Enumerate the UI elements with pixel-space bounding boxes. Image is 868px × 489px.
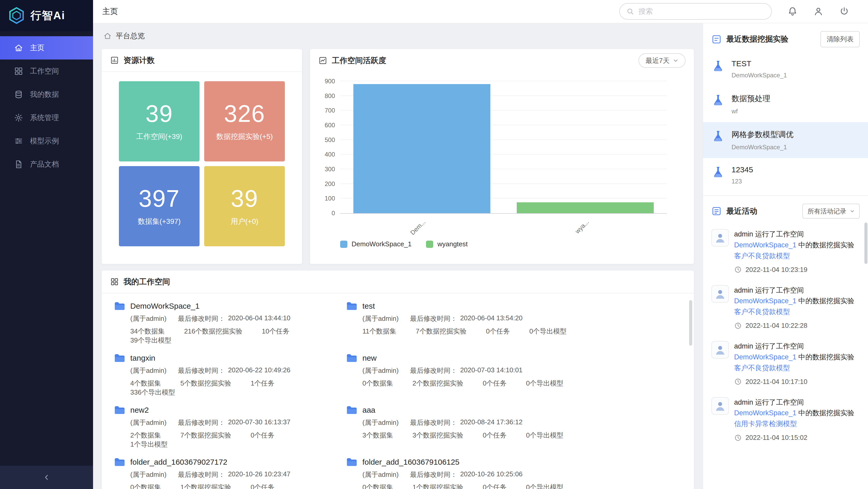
experiment-name: 网格参数模型调优 xyxy=(732,130,794,140)
workspace-stats: 0个数据集 1个数据挖掘实验 0个任务 0个导出模型 xyxy=(363,483,681,489)
power-logout-icon[interactable] xyxy=(839,6,849,17)
legend-item[interactable]: DemoWorkSpace_1 xyxy=(340,240,411,248)
activity-action: 中的数据挖掘实验 xyxy=(799,241,854,249)
avatar xyxy=(711,397,729,415)
stat-tasks: 0个任务 xyxy=(483,379,506,388)
folder-icon xyxy=(346,302,357,311)
resource-card-header: 资源计数 xyxy=(102,49,302,72)
activity-body: admin 运行了工作空间 DemoWorkSpace_1 中的数据挖掘实验 客… xyxy=(734,285,860,330)
experiment-item[interactable]: 12345 123 xyxy=(703,158,868,192)
y-axis-tick: 700 xyxy=(325,107,335,114)
workspace-item[interactable]: folder_add_1603679027172 (属于admin) 最后修改时… xyxy=(114,458,334,489)
modified-label: 最后修改时间： xyxy=(178,418,225,427)
experiment-item[interactable]: 网格参数模型调优 DemoWorkSpace_1 xyxy=(703,122,868,158)
y-axis-tick: 0 xyxy=(332,210,335,216)
account-user-icon[interactable] xyxy=(813,6,824,17)
sidebar-item-home[interactable]: 主页 xyxy=(0,36,93,59)
stat-datasets: 0个数据集 xyxy=(363,379,393,388)
chart-bar-DemoWorkSpace_1[interactable] xyxy=(353,84,491,213)
home-breadcrumb-icon[interactable] xyxy=(103,32,112,40)
workspace-meta: (属于admin) 最后修改时间： 2020-07-03 14:10:01 xyxy=(363,366,681,375)
workspace-item[interactable]: DemoWorkSpace_1 (属于admin) 最后修改时间： 2020-0… xyxy=(114,302,334,345)
activity-timestamp: 2022-11-04 10:15:02 xyxy=(745,434,807,442)
workspace-item[interactable]: test (属于admin) 最后修改时间： 2020-06-04 13:54:… xyxy=(346,302,681,345)
activity-filter-select[interactable]: 所有活动记录 xyxy=(802,204,860,219)
modified-time: 2020-06-22 10:49:26 xyxy=(228,366,290,375)
stat-value: 397 xyxy=(138,186,180,211)
chart-legend: DemoWorkSpace_1 wyangtest xyxy=(340,240,694,248)
line-chart-icon xyxy=(318,56,327,65)
sidebar-collapse-button[interactable] xyxy=(0,466,93,489)
workspace-item[interactable]: tangxin (属于admin) 最后修改时间： 2020-06-22 10:… xyxy=(114,354,334,397)
experiment-link[interactable]: 信用卡异常检测模型 xyxy=(734,420,797,428)
activity-chart-plot: 0100200300400500600700800900Dem...wya... xyxy=(340,81,667,213)
workspace-item[interactable]: new2 (属于admin) 最后修改时间： 2020-07-30 16:13:… xyxy=(114,406,334,449)
recent-experiments-list: TEST DemoWorkSpace_1 数据预处理 wf xyxy=(703,52,868,192)
activity-text: admin 运行了工作空间 DemoWorkSpace_1 中的数据挖掘实验 客… xyxy=(734,285,860,318)
sidebar-item-workspace[interactable]: 工作空间 xyxy=(0,59,93,83)
sidebar-item-label: 我的数据 xyxy=(30,89,59,99)
workspace-name: tangxin xyxy=(130,354,155,363)
flask-icon xyxy=(711,165,725,180)
workspace-item[interactable]: new (属于admin) 最后修改时间： 2020-07-03 14:10:0… xyxy=(346,354,681,397)
workspace-grid-icon xyxy=(14,66,23,76)
chevron-left-icon xyxy=(42,473,51,482)
sidebar-item-model-samples[interactable]: 模型示例 xyxy=(0,130,93,153)
search-input[interactable] xyxy=(639,7,765,16)
clear-list-button[interactable]: 清除列表 xyxy=(820,31,860,47)
activity-list-icon xyxy=(711,206,722,216)
workspace-name: new xyxy=(363,354,377,363)
workspace-meta: (属于admin) 最后修改时间： 2020-06-04 13:54:20 xyxy=(363,314,681,323)
experiment-link[interactable]: 客户不良贷款模型 xyxy=(734,364,790,372)
workspace-item[interactable]: aaa (属于admin) 最后修改时间： 2020-08-24 17:36:1… xyxy=(346,406,681,449)
y-axis-tick: 500 xyxy=(325,137,335,143)
chart-bar-wyangtest[interactable] xyxy=(517,202,654,213)
brand[interactable]: 行智Ai xyxy=(0,0,93,31)
sidebar-item-product-docs[interactable]: 产品文档 xyxy=(0,153,93,176)
sidebar-item-label: 模型示例 xyxy=(30,136,59,146)
modified-label: 最后修改时间： xyxy=(178,314,225,323)
chart-range-select[interactable]: 最近7天 xyxy=(639,53,685,68)
home-icon xyxy=(14,43,23,53)
activity-action: 运行了工作空间 xyxy=(755,230,804,238)
workspace-link[interactable]: DemoWorkSpace_1 xyxy=(734,241,797,249)
activity-timestamp: 2022-11-04 10:23:19 xyxy=(745,266,807,274)
stat-datasets: 0个数据集 xyxy=(130,483,161,489)
workspace-link[interactable]: DemoWorkSpace_1 xyxy=(734,353,797,361)
workspace-link[interactable]: DemoWorkSpace_1 xyxy=(734,297,797,305)
stat-label: 用户(+0) xyxy=(231,217,258,226)
notifications-bell-icon[interactable] xyxy=(787,6,798,17)
activity-action: 中的数据挖掘实验 xyxy=(799,409,854,417)
sidebar-item-system-admin[interactable]: 系统管理 xyxy=(0,106,93,130)
search-box[interactable] xyxy=(619,3,772,20)
scrollbar-thumb[interactable] xyxy=(689,300,692,346)
my-workspaces-card: 我的工作空间 DemoWorkSpace_1 (属于admin) 最后修改时间：… xyxy=(101,270,694,489)
activity-item: admin 运行了工作空间 DemoWorkSpace_1 中的数据挖掘实验 信… xyxy=(703,392,868,448)
recent-activity-title: 最近活动 xyxy=(726,206,757,217)
activity-filter-label: 所有活动记录 xyxy=(807,207,846,215)
experiment-link[interactable]: 客户不良贷款模型 xyxy=(734,252,790,260)
sidebar-item-my-data[interactable]: 我的数据 xyxy=(0,83,93,106)
experiment-name: 数据预处理 xyxy=(732,93,770,104)
workspace-stats: 0个数据集 1个数据挖掘实验 0个任务 0个导出模型 xyxy=(130,483,334,489)
legend-item[interactable]: wyangtest xyxy=(426,240,468,248)
modified-time: 2020-06-04 13:54:20 xyxy=(460,314,522,323)
gridline xyxy=(340,81,667,81)
workspace-item[interactable]: folder_add_1603679106125 (属于admin) 最后修改时… xyxy=(346,458,681,489)
sidebar-item-label: 系统管理 xyxy=(30,113,59,123)
experiment-item[interactable]: TEST DemoWorkSpace_1 xyxy=(703,52,868,86)
modified-label: 最后修改时间： xyxy=(178,366,225,375)
scrollbar-thumb[interactable] xyxy=(864,223,867,264)
experiment-name: TEST xyxy=(732,59,787,68)
stat-experiments: 216个数据挖掘实验 xyxy=(184,327,242,336)
experiment-link[interactable]: 客户不良贷款模型 xyxy=(734,308,790,316)
folder-icon xyxy=(346,458,357,466)
experiment-workspace: DemoWorkSpace_1 xyxy=(732,144,794,151)
stat-tasks: 10个任务 xyxy=(262,327,289,336)
grid-icon xyxy=(110,277,119,286)
activity-text: admin 运行了工作空间 DemoWorkSpace_1 中的数据挖掘实验 客… xyxy=(734,229,860,262)
folder-icon xyxy=(114,302,125,311)
experiment-item[interactable]: 数据预处理 wf xyxy=(703,86,868,122)
chevron-down-icon xyxy=(673,58,678,63)
workspace-link[interactable]: DemoWorkSpace_1 xyxy=(734,409,797,417)
